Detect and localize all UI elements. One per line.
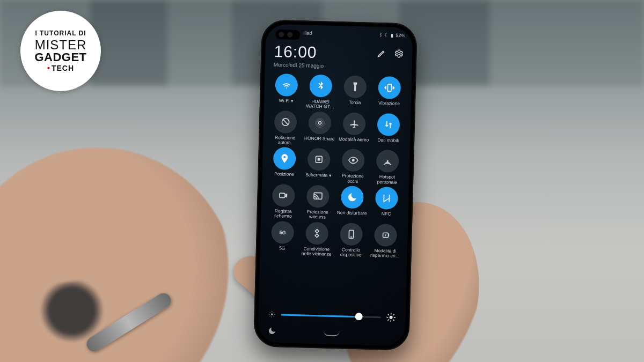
tile-label: HONOR Share bbox=[304, 136, 335, 146]
tile-label: 5G bbox=[279, 246, 286, 255]
tile-device-ctrl[interactable]: Controllo dispositivo bbox=[334, 223, 368, 258]
flashlight-icon[interactable] bbox=[343, 75, 367, 98]
brightness-fill bbox=[281, 314, 359, 317]
tile-label: Torcia bbox=[348, 100, 361, 110]
brightness-high-icon bbox=[386, 313, 396, 322]
tile-vibration[interactable]: Vibrazione bbox=[372, 76, 407, 112]
hotspot-icon[interactable] bbox=[376, 150, 399, 173]
tile-dnd[interactable]: Non disturbare bbox=[335, 186, 369, 221]
camera-punch-hole bbox=[275, 29, 300, 40]
battery-status-icon: ▮ bbox=[391, 33, 393, 38]
svg-line-16 bbox=[393, 320, 394, 321]
svg-line-9 bbox=[269, 316, 270, 316]
dnd-status-icon: ☾ bbox=[384, 32, 389, 38]
vibration-icon[interactable] bbox=[378, 76, 401, 99]
status-carrier: iliad bbox=[303, 30, 312, 35]
tile-label: Wi-Fi ▾ bbox=[279, 98, 294, 108]
tile-airplane[interactable]: Modalità aereo bbox=[337, 112, 371, 147]
tile-screenshot[interactable]: Schermata ▾ bbox=[302, 148, 336, 183]
airplane-icon[interactable] bbox=[342, 112, 365, 135]
tile-label: Modalità aereo bbox=[339, 137, 369, 147]
moon-icon[interactable] bbox=[341, 186, 364, 209]
svg-line-7 bbox=[273, 316, 274, 316]
svg-line-18 bbox=[387, 319, 389, 320]
brightness-row bbox=[268, 309, 396, 322]
svg-point-0 bbox=[398, 53, 400, 55]
clock-date: Mercoledì 25 maggio bbox=[274, 62, 324, 69]
nav-handle-icon[interactable] bbox=[324, 331, 340, 337]
tile-label: Dati mobili bbox=[377, 138, 399, 148]
tile-rotation[interactable]: Rotazione autom. bbox=[268, 110, 303, 145]
phone-screen: iliad ᛒ ☾ ▮ 92% 16:00 Mercoledì 25 maggi… bbox=[258, 24, 413, 346]
svg-point-1 bbox=[271, 313, 273, 315]
svg-line-6 bbox=[270, 312, 270, 313]
quick-settings-grid: Wi-Fi ▾HUAWEI WATCH GT…TorciaVibrazioneR… bbox=[266, 73, 407, 259]
svg-line-17 bbox=[393, 314, 394, 315]
svg-line-15 bbox=[388, 314, 389, 315]
battery-percentage: 92% bbox=[396, 33, 405, 38]
tile-label: Modalità di risparmio en… bbox=[369, 248, 401, 258]
battery-icon[interactable] bbox=[374, 224, 397, 247]
tile-5g[interactable]: 5G bbox=[266, 220, 300, 256]
tile-label: Proiezione wireless bbox=[301, 209, 333, 220]
tile-label: Rotazione autom. bbox=[269, 135, 301, 145]
bluetooth-status-icon: ᛒ bbox=[379, 32, 382, 38]
tile-label: Hotspot personale bbox=[371, 174, 403, 185]
logo-line4: TECH bbox=[47, 64, 74, 72]
tile-label: Non disturbare bbox=[336, 210, 367, 220]
tile-honor-share[interactable]: HONOR Share bbox=[303, 111, 337, 146]
record-icon[interactable] bbox=[272, 184, 295, 207]
screenshot-icon[interactable] bbox=[308, 148, 331, 171]
brightness-thumb[interactable] bbox=[355, 313, 362, 320]
nearby-icon[interactable] bbox=[305, 221, 328, 245]
tile-label: HUAWEI WATCH GT… bbox=[304, 99, 336, 109]
tile-label: Posizione bbox=[274, 172, 294, 182]
status-bar: iliad ᛒ ☾ ▮ 92% bbox=[303, 28, 405, 40]
brightness-low-icon bbox=[268, 311, 275, 318]
tile-label: NFC bbox=[382, 211, 391, 221]
bluetooth-icon[interactable] bbox=[309, 75, 332, 98]
device-icon[interactable] bbox=[340, 223, 363, 246]
tile-label: Registra schermo bbox=[267, 209, 299, 219]
panel-header: 16:00 Mercoledì 25 maggio bbox=[274, 42, 404, 71]
svg-line-8 bbox=[274, 312, 274, 313]
channel-logo-badge: I TUTORIAL DI MISTER GADGET TECH bbox=[20, 11, 101, 91]
clock-time: 16:00 bbox=[274, 42, 324, 62]
tile-hotspot[interactable]: Hotspot personale bbox=[370, 150, 405, 185]
tile-label: Vibrazione bbox=[378, 101, 400, 111]
tile-location[interactable]: Posizione bbox=[267, 147, 302, 182]
smartphone-frame: iliad ᛒ ☾ ▮ 92% 16:00 Mercoledì 25 maggi… bbox=[253, 19, 418, 350]
svg-point-10 bbox=[389, 316, 392, 319]
tile-label: Controllo dispositivo bbox=[334, 247, 367, 258]
tile-nfc[interactable]: NFC bbox=[369, 187, 404, 222]
dark-mode-indicator-icon bbox=[268, 327, 277, 337]
logo-line2: MISTER bbox=[35, 39, 87, 51]
tile-label: Condivisione nelle vicinanze bbox=[301, 246, 333, 257]
tile-nearby[interactable]: Condivisione nelle vicinanze bbox=[300, 221, 334, 257]
5g-icon[interactable] bbox=[271, 221, 294, 244]
tile-torch[interactable]: Torcia bbox=[338, 75, 372, 110]
brightness-slider[interactable] bbox=[281, 314, 381, 318]
tile-label: Protezione occhi bbox=[336, 173, 369, 184]
eye-icon[interactable] bbox=[342, 149, 365, 172]
no-rotate-icon[interactable] bbox=[274, 110, 297, 134]
tile-label: Schermata ▾ bbox=[305, 173, 332, 183]
settings-gear-icon[interactable] bbox=[394, 49, 404, 58]
share-icon[interactable] bbox=[308, 111, 331, 134]
tile-screenrec[interactable]: Registra schermo bbox=[266, 184, 301, 219]
data-icon[interactable] bbox=[377, 113, 400, 136]
tile-mobile-data[interactable]: Dati mobili bbox=[371, 113, 406, 148]
edit-tiles-icon[interactable] bbox=[377, 48, 386, 58]
gesture-nav-bar bbox=[258, 326, 405, 341]
cast-icon[interactable] bbox=[306, 185, 330, 208]
tile-powersave[interactable]: Modalità di risparmio en… bbox=[368, 223, 402, 258]
wifi-icon[interactable] bbox=[275, 73, 298, 97]
logo-line3: GADGET bbox=[34, 51, 86, 63]
tile-bluetooth[interactable]: HUAWEI WATCH GT… bbox=[304, 74, 338, 109]
logo-line1: I TUTORIAL DI bbox=[35, 30, 86, 36]
location-icon[interactable] bbox=[273, 147, 296, 170]
tile-eye[interactable]: Protezione occhi bbox=[336, 149, 370, 184]
tile-cast[interactable]: Proiezione wireless bbox=[301, 184, 335, 220]
nfc-icon[interactable] bbox=[375, 187, 398, 210]
tile-wifi[interactable]: Wi-Fi ▾ bbox=[269, 73, 304, 109]
